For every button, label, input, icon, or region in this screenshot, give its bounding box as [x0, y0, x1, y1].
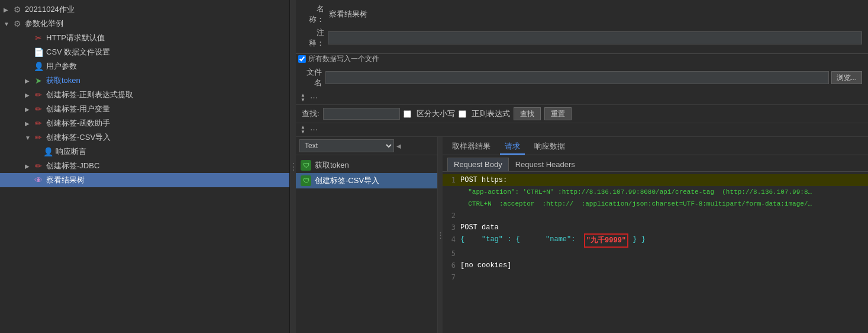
tree-arrow-6: ▶	[25, 78, 33, 84]
tree-item-4[interactable]: 📄 CSV 数据文件设置	[0, 45, 289, 59]
tree-item-3[interactable]: ✂ HTTP请求默认值	[0, 31, 289, 45]
code-text-headers: CTRL+N :acceptor :http:// :application/j…	[460, 198, 815, 210]
tree-label-8: 创建标签-用户变量	[46, 104, 286, 114]
tree-item-11[interactable]: 👤 响应断言	[0, 145, 289, 159]
tree-arrow-9: ▶	[25, 120, 33, 127]
tab-response-data[interactable]: 响应数据	[530, 139, 570, 155]
tree-item-12[interactable]: ▶ ✏ 创建标签-JDBC	[0, 159, 289, 173]
tree-panel: ▶ ⚙ 20211024作业 ▼ ⚙ 参数化举例 ✂ HTTP请求默认值 📄 C…	[0, 0, 290, 333]
right-panel: 名称： 察看结果树 注释： 所有数据写入一个文件 文件名 浏览... ▲ ▼ ·…	[296, 0, 868, 333]
write-all-checkbox[interactable]	[298, 55, 306, 63]
drag-handle[interactable]: ⋮	[290, 0, 296, 333]
file-input[interactable]	[325, 71, 829, 84]
pencil-icon-12: ✏	[33, 161, 44, 171]
gear-icon-2: ⚙	[12, 18, 22, 29]
filename-row: 文件名 浏览...	[296, 66, 868, 89]
collapse-arrows-2: ▲ ▼	[301, 125, 305, 135]
search-bar: 查找: 区分大小写 正则表达式 查找 重置	[296, 105, 868, 123]
code-line-2: 2	[443, 210, 868, 222]
case-sensitive-checkbox[interactable]	[404, 110, 411, 118]
tree-label-13: 察看结果树	[46, 175, 286, 185]
name-label: 名称：	[302, 4, 328, 25]
tree-label-10: 创建标签-CSV导入	[46, 132, 286, 143]
format-dropdown[interactable]: Text JSON XML HTML Regexp Tester	[299, 139, 394, 152]
search-label: 查找:	[302, 108, 320, 119]
code-text-3: POST data	[460, 222, 499, 233]
tree-item-5[interactable]: 👤 用户参数	[0, 59, 289, 73]
checkbox-row: 所有数据写入一个文件	[296, 54, 868, 64]
tree-arrow-12: ▶	[25, 163, 33, 169]
tree-item-6[interactable]: ▶ ➤ 获取token	[0, 73, 289, 88]
sampler-panel: Text JSON XML HTML Regexp Tester ◀ 🛡 获取t…	[296, 137, 438, 333]
line-num-6: 6	[443, 260, 460, 271]
code-line-4: 4 { "tag" : { "name": "九千9999" } }	[443, 233, 868, 248]
eye-icon-13: 👁	[33, 175, 44, 185]
tree-label-5: 用户参数	[46, 61, 286, 72]
sampler-label-2: 创建标签-CSV导入	[315, 175, 379, 186]
sub-tab-request-body[interactable]: Request Body	[447, 158, 509, 171]
name-row: 名称： 察看结果树	[302, 4, 862, 25]
more-icon-2[interactable]: ···	[308, 124, 320, 135]
tree-item-10[interactable]: ▼ ✏ 创建标签-CSV导入	[0, 130, 289, 145]
tree-item-2[interactable]: ▼ ⚙ 参数化举例	[0, 17, 289, 31]
dropdown-arrow[interactable]: ◀	[396, 143, 401, 149]
shield-icon-1: 🛡	[301, 160, 311, 171]
tab-request[interactable]: 请求	[500, 139, 525, 155]
tree-item-7[interactable]: ▶ ✏ 创建标签-正则表达式提取	[0, 88, 289, 102]
comment-input[interactable]	[328, 31, 862, 44]
code-line-7: 7	[443, 271, 868, 283]
tab-sampler-results[interactable]: 取样器结果	[447, 139, 495, 155]
user-icon-5: 👤	[33, 61, 44, 72]
regex-label: 正则表达式	[472, 108, 510, 119]
code-area: 1 POST https: "app-action": 'CTRL+N' :ht…	[443, 172, 868, 333]
browse-button[interactable]: 浏览...	[831, 71, 862, 84]
pencil-icon-10: ✏	[33, 132, 44, 143]
tree-label-3: HTTP请求默认值	[46, 33, 286, 43]
sampler-item-2[interactable]: 🛡 创建标签-CSV导入	[296, 173, 437, 188]
more-icon-1[interactable]: ···	[308, 92, 320, 103]
tree-item-13[interactable]: 👁 察看结果树	[0, 173, 289, 187]
tree-item-9[interactable]: ▶ ✏ 创建标签-函数助手	[0, 116, 289, 130]
tree-label-11: 响应断言	[56, 146, 286, 157]
line-num-4: 4	[443, 233, 460, 245]
regex-checkbox[interactable]	[459, 110, 466, 118]
sampler-label-1: 获取token	[315, 160, 349, 171]
tree-item-8[interactable]: ▶ ✏ 创建标签-用户变量	[0, 102, 289, 116]
search-input[interactable]	[323, 108, 400, 120]
tree-label-4: CSV 数据文件设置	[46, 47, 286, 57]
code-text-4a: { "tag" : { "name":	[460, 233, 584, 245]
find-button[interactable]: 查找	[514, 107, 541, 120]
tree-label-6: 获取token	[46, 75, 286, 86]
pencil-icon-7: ✏	[33, 89, 44, 100]
code-text-url: "app-action": 'CTRL+N' :http://8.136.107…	[460, 186, 815, 198]
resp-icon-11: 👤	[43, 146, 53, 157]
collapse-row-2: ▲ ▼ ···	[296, 123, 868, 137]
line-num-2: 2	[443, 210, 460, 222]
sampler-list: 🛡 获取token 🛡 创建标签-CSV导入	[296, 155, 437, 333]
inner-drag-handle[interactable]: ⋮	[438, 137, 443, 333]
code-line-5: 5	[443, 248, 868, 260]
scissors-icon-3: ✂	[33, 33, 44, 43]
line-num-7: 7	[443, 271, 460, 283]
csv-icon-4: 📄	[33, 47, 44, 57]
tree-label-1: 20211024作业	[25, 4, 286, 15]
code-text-4c: } }	[628, 233, 646, 245]
dropdown-row: Text JSON XML HTML Regexp Tester ◀	[296, 137, 437, 155]
tree-label-12: 创建标签-JDBC	[46, 161, 286, 171]
main-content: Text JSON XML HTML Regexp Tester ◀ 🛡 获取t…	[296, 137, 868, 333]
reset-button[interactable]: 重置	[544, 107, 572, 120]
gear-icon-1: ⚙	[12, 4, 22, 15]
shield-icon-2: 🛡	[301, 175, 311, 186]
tree-item-1[interactable]: ▶ ⚙ 20211024作业	[0, 2, 289, 17]
collapse-arrows-1: ▲ ▼	[301, 93, 305, 103]
line-num-1: 1	[443, 174, 460, 186]
code-text-4b: "九千9999"	[584, 233, 628, 248]
code-text-1: POST https:	[460, 174, 507, 186]
sampler-item-1[interactable]: 🛡 获取token	[296, 158, 437, 173]
sub-tab-request-headers[interactable]: Request Headers	[509, 158, 582, 171]
tree-label-7: 创建标签-正则表达式提取	[46, 89, 286, 100]
pencil-icon-9: ✏	[33, 118, 44, 129]
code-line-url: "app-action": 'CTRL+N' :http://8.136.107…	[443, 186, 868, 198]
collapse-row-1: ▲ ▼ ···	[296, 91, 868, 105]
tree-label-9: 创建标签-函数助手	[46, 118, 286, 129]
